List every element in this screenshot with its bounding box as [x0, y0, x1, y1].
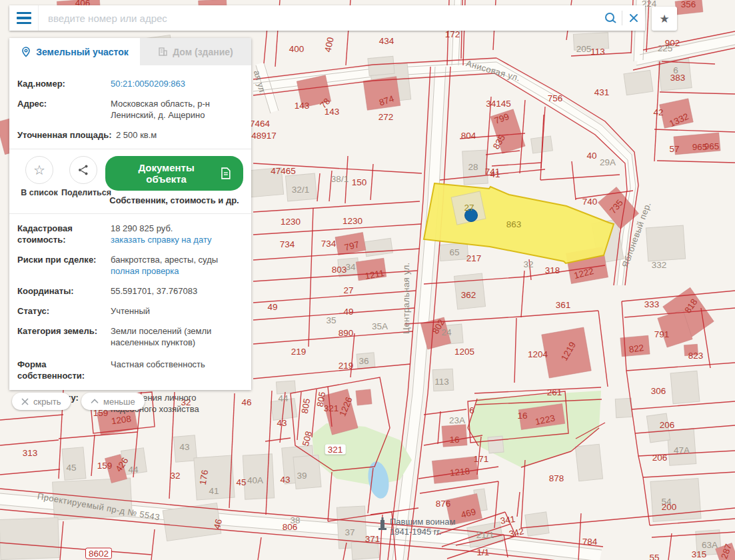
- chevron-up-icon: [91, 399, 99, 404]
- status-value: Учтенный: [111, 305, 243, 317]
- field-status: Статус: Учтенный: [17, 305, 243, 317]
- category-value: Земли поселений (земли населенных пункто…: [111, 325, 243, 348]
- collapse-panel-button[interactable]: меньше: [81, 393, 145, 410]
- add-to-list-button[interactable]: ☆ В список: [17, 156, 61, 197]
- tab-land-parcel[interactable]: Земельный участок: [9, 38, 140, 65]
- tab-house-label: Дом (здание): [173, 47, 233, 57]
- cadnum-label: Кад.номер:: [17, 78, 111, 89]
- docs-button-label: Документы объекта: [117, 162, 215, 185]
- close-icon: [21, 398, 29, 405]
- share-label: Поделиться: [61, 188, 105, 197]
- field-risks: Риски при сделке: банкротства, аресты, с…: [17, 254, 243, 277]
- location-pin-icon: [21, 47, 31, 57]
- field-cadnum: Кад.номер: 50:21:0050209:863: [17, 78, 243, 89]
- cost-report-link[interactable]: заказать справку на дату: [111, 234, 243, 245]
- ownership-label: Форма собственности:: [17, 359, 111, 381]
- tab-house-building[interactable]: Дом (здание): [140, 38, 251, 65]
- less-label: меньше: [103, 397, 135, 407]
- app: 4063562241724344004002051139022253836431…: [0, 0, 735, 560]
- cost-label: Кадастровая стоимость:: [17, 223, 111, 245]
- field-category: Категория земель: Земли поселений (земли…: [17, 325, 243, 348]
- building-icon: [158, 47, 168, 57]
- search-icon: [604, 11, 617, 25]
- search-button[interactable]: [599, 5, 622, 31]
- hide-panel-button[interactable]: скрыть: [12, 393, 71, 410]
- monument-line1: Павшим воинам: [390, 517, 455, 527]
- tab-land-label: Земельный участок: [36, 47, 129, 57]
- clear-search-button[interactable]: [622, 5, 645, 31]
- coords-label: Координаты:: [17, 285, 111, 297]
- category-label: Категория земель:: [17, 325, 111, 348]
- ownership-value: Частная собственность: [111, 359, 243, 381]
- star-outline-icon: ☆: [33, 162, 45, 178]
- monument-line2: 1941-1945 гг.: [390, 527, 455, 537]
- panel-body: Кад.номер: 50:21:0050209:863 Адрес: Моск…: [9, 65, 251, 415]
- address-value: Московская область, р-н Ленинский, д. Ащ…: [111, 98, 243, 121]
- cadnum-value-link[interactable]: 50:21:0050209:863: [111, 79, 185, 89]
- field-cost: Кадастровая стоимость: 18 290 825 руб. з…: [17, 223, 243, 245]
- add-to-list-label: В список: [17, 188, 61, 197]
- favorites-button[interactable]: ★: [652, 7, 677, 31]
- share-button[interactable]: Поделиться: [61, 156, 105, 197]
- risks-label: Риски при сделке:: [17, 254, 111, 277]
- address-label: Адрес:: [17, 98, 111, 121]
- panel-tabs: Земельный участок Дом (здание): [9, 38, 251, 65]
- area-value: 2 500 кв.м: [116, 129, 243, 141]
- document-icon: [221, 167, 231, 179]
- field-coords: Координаты: 55.591701, 37.767083: [17, 285, 243, 297]
- menu-icon: [17, 12, 31, 15]
- field-ownership: Форма собственности: Частная собственнос…: [17, 359, 243, 381]
- field-address: Адрес: Московская область, р-н Ленинский…: [17, 98, 243, 121]
- actions-row: ☆ В список Поделиться: [17, 156, 243, 205]
- close-icon: [628, 13, 639, 23]
- object-documents-button[interactable]: Документы объекта: [105, 156, 243, 191]
- menu-button[interactable]: [9, 5, 39, 31]
- area-label: Уточненная площадь:: [17, 129, 116, 141]
- status-label: Статус:: [17, 305, 111, 317]
- hide-label: скрыть: [33, 397, 61, 407]
- share-icon: [77, 164, 89, 176]
- field-area: Уточненная площадь: 2 500 кв.м: [17, 129, 243, 141]
- star-icon: ★: [659, 12, 669, 26]
- search-bar: [9, 5, 645, 31]
- divider: [9, 213, 251, 214]
- cost-value: 18 290 825 руб.: [111, 223, 243, 234]
- risks-value: банкротства, аресты, суды: [111, 254, 243, 265]
- risks-check-link[interactable]: полная проверка: [111, 265, 243, 277]
- search-input[interactable]: [39, 13, 599, 24]
- selected-parcel-marker: [465, 209, 478, 222]
- docs-subtitle: Собственник, стоимость и др.: [105, 195, 243, 205]
- object-info-panel: Земельный участок Дом (здание) Кад.номер…: [9, 38, 251, 390]
- coords-value: 55.591701, 37.767083: [111, 285, 243, 297]
- monument-label: Павшим воинам 1941-1945 гг.: [390, 517, 455, 537]
- divider: [9, 149, 251, 149]
